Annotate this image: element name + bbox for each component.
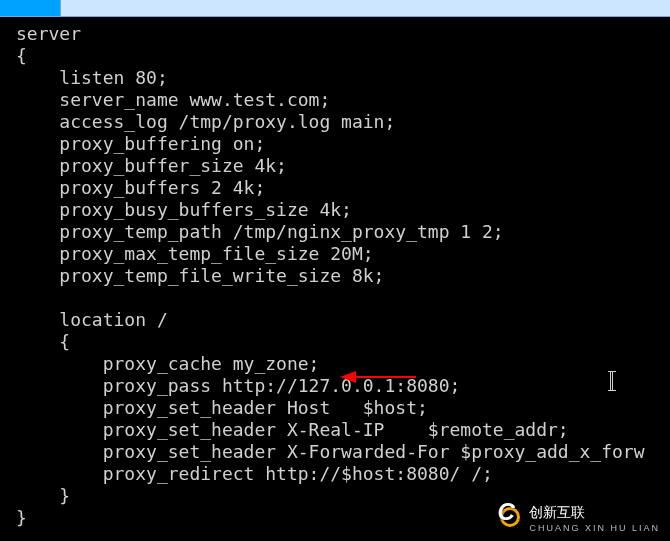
watermark: C 创新互联 CHUANG XIN HU LIAN [497, 501, 660, 533]
watermark-brand: 创新互联 [529, 501, 660, 523]
text-cursor [610, 371, 613, 391]
terminal-viewport[interactable]: server { listen 80; server_name www.test… [0, 17, 670, 541]
active-tab[interactable] [0, 0, 61, 16]
code-block: server { listen 80; server_name www.test… [16, 23, 670, 529]
watermark-logo-icon: C [497, 504, 523, 530]
inactive-tab[interactable] [61, 0, 81, 16]
window-titlebar [0, 0, 670, 17]
watermark-sub: CHUANG XIN HU LIAN [529, 523, 660, 533]
